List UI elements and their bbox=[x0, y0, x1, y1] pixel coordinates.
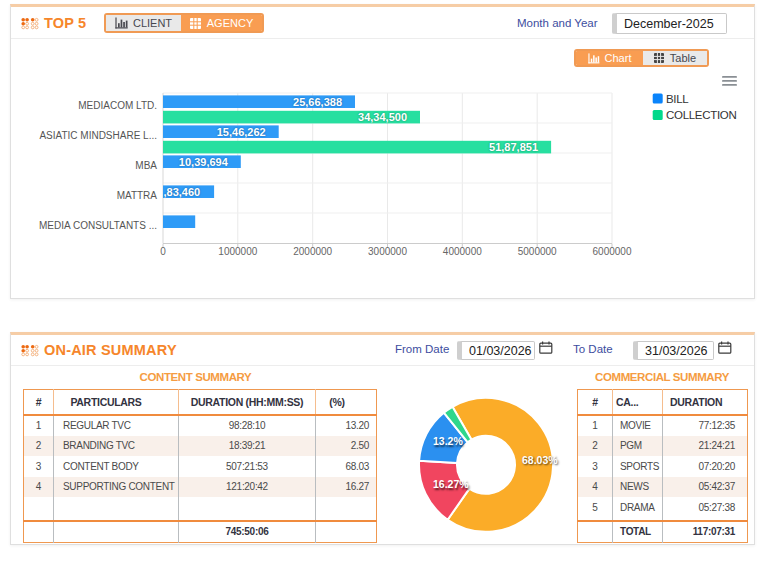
svg-text:10,39,694: 10,39,694 bbox=[179, 156, 229, 168]
svg-text:MATTRA: MATTRA bbox=[117, 190, 158, 201]
svg-text:ASIATIC MINDSHARE L...: ASIATIC MINDSHARE L... bbox=[39, 130, 157, 141]
svg-text:25,66,388: 25,66,388 bbox=[293, 96, 342, 108]
svg-text:13.2%: 13.2% bbox=[433, 435, 463, 447]
svg-text:BILL: BILL bbox=[666, 93, 689, 105]
svg-text:MBA: MBA bbox=[135, 160, 157, 171]
svg-text:5000000: 5000000 bbox=[518, 246, 557, 257]
svg-text:3000000: 3000000 bbox=[368, 246, 407, 257]
svg-text:MEDIA CONSULTANTS ...: MEDIA CONSULTANTS ... bbox=[39, 220, 157, 231]
svg-text:2000000: 2000000 bbox=[293, 246, 332, 257]
svg-text:16.27%: 16.27% bbox=[433, 478, 469, 490]
svg-text:MEDIACOM LTD.: MEDIACOM LTD. bbox=[78, 100, 157, 111]
svg-text:4000000: 4000000 bbox=[443, 246, 482, 257]
svg-text:6000000: 6000000 bbox=[593, 246, 632, 257]
svg-text:1000000: 1000000 bbox=[218, 246, 257, 257]
svg-text:0: 0 bbox=[160, 246, 166, 257]
svg-text:15,46,262: 15,46,262 bbox=[217, 126, 266, 138]
svg-text:51,87,851: 51,87,851 bbox=[489, 141, 538, 153]
svg-text:,83,460: ,83,460 bbox=[164, 186, 201, 198]
svg-text:COLLECTION: COLLECTION bbox=[666, 109, 737, 121]
svg-text:68.03%: 68.03% bbox=[522, 454, 558, 466]
svg-text:34,34,500: 34,34,500 bbox=[358, 111, 407, 123]
